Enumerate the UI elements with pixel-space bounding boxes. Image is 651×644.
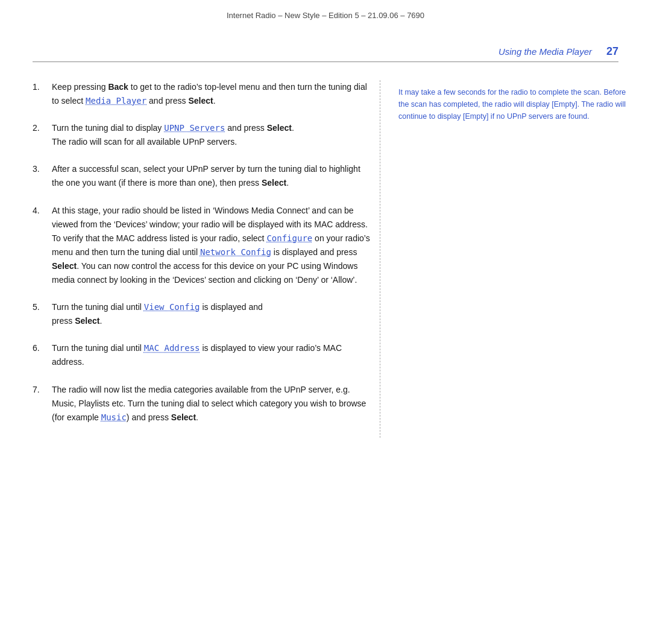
lcd-display-text: Network Config	[200, 247, 271, 257]
bold-keyword: Select	[262, 178, 286, 188]
chapter-title: Using the Media Player	[498, 46, 592, 57]
lcd-display-text: View Config	[144, 302, 200, 312]
steps-list: 1.Keep pressing Back to get to the radio…	[33, 80, 374, 425]
bold-keyword: Back	[108, 82, 128, 92]
list-item: 1.Keep pressing Back to get to the radio…	[33, 80, 374, 108]
sidebar: It may take a few seconds for the radio …	[380, 80, 651, 438]
step-number: 5.	[33, 300, 52, 328]
lcd-display-text: MAC Address	[144, 343, 200, 353]
bold-keyword: Select	[52, 261, 77, 271]
bold-keyword: Select	[171, 412, 196, 422]
step-number: 1.	[33, 80, 52, 108]
step-text: Turn the tuning dial until View Config i…	[52, 300, 263, 328]
step-text: Turn the tuning dial to display UPNP Ser…	[52, 121, 294, 149]
list-item: 3.After a successful scan, select your U…	[33, 162, 374, 190]
step-number: 3.	[33, 162, 52, 190]
page-header: Internet Radio – New Style – Edition 5 –…	[0, 0, 651, 28]
step-number: 4.	[33, 204, 52, 288]
main-content: 1.Keep pressing Back to get to the radio…	[0, 80, 374, 438]
list-item: 6.Turn the tuning dial until MAC Address…	[33, 341, 374, 369]
list-item: 7.The radio will now list the media cate…	[33, 383, 374, 425]
list-item: 5.Turn the tuning dial until View Config…	[33, 300, 374, 328]
step-number: 6.	[33, 341, 52, 369]
bold-keyword: Select	[75, 316, 99, 326]
step-number: 2.	[33, 121, 52, 149]
sidebar-note: It may take a few seconds for the radio …	[398, 86, 633, 122]
step-text: After a successful scan, select your UPn…	[52, 162, 374, 190]
step-text: Keep pressing Back to get to the radio’s…	[52, 80, 374, 108]
top-right-section: Using the Media Player 27	[0, 28, 651, 62]
lcd-display-text: Configure	[266, 233, 312, 243]
step-text: The radio will now list the media catego…	[52, 383, 374, 425]
step-text: At this stage, your radio should be list…	[52, 204, 374, 288]
bold-keyword: Select	[188, 96, 213, 106]
page-container: Internet Radio – New Style – Edition 5 –…	[0, 0, 651, 644]
list-item: 2.Turn the tuning dial to display UPNP S…	[33, 121, 374, 149]
lcd-display-text: Media Player	[86, 96, 146, 106]
lcd-display-text: UPNP Servers	[164, 123, 225, 133]
step-text: Turn the tuning dial until MAC Address i…	[52, 341, 374, 369]
bold-keyword: Select	[267, 123, 292, 133]
header-text: Internet Radio – New Style – Edition 5 –…	[227, 11, 424, 20]
content-area: 1.Keep pressing Back to get to the radio…	[0, 62, 651, 462]
list-item: 4.At this stage, your radio should be li…	[33, 204, 374, 288]
step-number: 7.	[33, 383, 52, 425]
lcd-display-text: Music	[101, 412, 127, 422]
page-number: 27	[606, 45, 618, 58]
